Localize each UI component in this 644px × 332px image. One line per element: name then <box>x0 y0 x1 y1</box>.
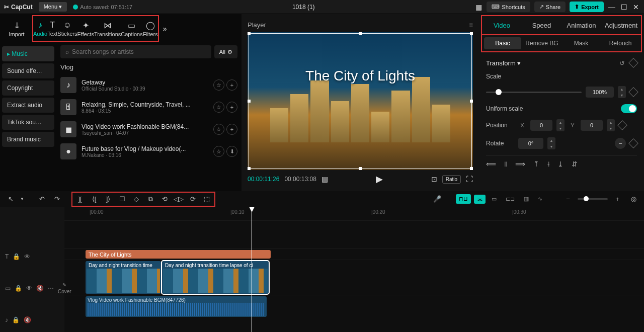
marker-tool[interactable]: ◇ <box>130 193 143 206</box>
position-keyframe-icon[interactable] <box>617 120 627 130</box>
more-icon[interactable]: ⋯ <box>48 285 54 292</box>
mic-icon[interactable]: 🎤 <box>431 193 444 206</box>
scale-keyframe-icon[interactable] <box>628 87 638 97</box>
link-toggle[interactable]: ⫘ <box>474 195 486 204</box>
zoom-fit-icon[interactable]: ◎ <box>627 193 640 206</box>
track-item[interactable]: 🎚 Relaxing, Simple, Countryside, Travel,… <box>60 96 237 118</box>
menu-button[interactable]: Menu ▾ <box>39 2 67 12</box>
trim-left-tool[interactable]: ⟨[ <box>88 193 101 206</box>
expand-tabs-icon[interactable]: » <box>163 25 167 33</box>
align-left-icon[interactable]: ⟸ <box>486 160 496 169</box>
sidebar-item-tiktok-sounds[interactable]: TikTok sou… <box>2 115 54 130</box>
trim-right-tool[interactable]: ]⟩ <box>102 193 115 206</box>
sidebar-item-brand-music[interactable]: Brand music <box>2 132 54 147</box>
align-top-icon[interactable]: ⤒ <box>533 160 539 169</box>
search-box[interactable]: ⌕ <box>60 45 211 58</box>
add-button[interactable]: + <box>226 124 237 135</box>
player-menu-icon[interactable]: ≡ <box>469 21 473 29</box>
delete-tool[interactable]: ☐ <box>116 193 129 206</box>
track-item[interactable]: ♪ GetawayOfficial Sound Studio · 00:39 ☆… <box>60 74 237 96</box>
filter-button[interactable]: All ⚙ <box>214 45 237 58</box>
track-item[interactable]: ◼ Vlog Video work Fashionable BGM(84...T… <box>60 118 237 140</box>
preview-toggle[interactable]: ▭ <box>489 194 500 204</box>
add-button[interactable]: + <box>226 102 237 113</box>
distribute-icon[interactable]: ⇵ <box>572 160 578 169</box>
tab-filters[interactable]: ◯Filters <box>143 21 158 37</box>
rotate-input[interactable] <box>518 138 543 149</box>
close-button[interactable]: ✕ <box>632 3 640 11</box>
lock-icon[interactable]: 🔒 <box>15 285 22 292</box>
visibility-icon[interactable]: 👁 <box>24 253 30 260</box>
video-clip-2[interactable]: Day and night transition time lapse of c… <box>162 261 269 294</box>
pos-x-stepper[interactable]: ▲▼ <box>556 119 565 131</box>
mute-icon[interactable]: 🔇 <box>24 316 31 323</box>
minimize-button[interactable]: — <box>608 3 616 11</box>
subtab-retouch[interactable]: Retouch <box>602 37 639 49</box>
rotate-reset-button[interactable]: − <box>615 138 626 149</box>
zoom-out-icon[interactable]: − <box>561 193 575 206</box>
share-button[interactable]: ↗ Share <box>534 2 566 12</box>
shortcuts-button[interactable]: ⌨ Shortcuts <box>487 2 530 12</box>
pointer-tool[interactable]: ↖ <box>4 193 17 206</box>
subtab-mask[interactable]: Mask <box>562 37 600 49</box>
sidebar-item-copyright[interactable]: Copyright <box>2 80 54 96</box>
add-button[interactable]: + <box>226 79 237 91</box>
undo-button[interactable]: ↶ <box>35 193 48 206</box>
scale-slider[interactable] <box>486 92 582 93</box>
redo-button[interactable]: ↷ <box>50 193 63 206</box>
zoom-slider[interactable] <box>578 198 608 200</box>
tab-stickers[interactable]: ☺Stickers <box>57 21 77 37</box>
scale-value-input[interactable] <box>586 87 614 98</box>
favorite-button[interactable]: ☆ <box>213 102 224 113</box>
tab-animation[interactable]: Animation <box>561 16 601 34</box>
audio-clip[interactable]: Vlog Video work Fashionable BGM(847726) <box>86 296 267 317</box>
uniform-scale-toggle[interactable] <box>621 104 637 113</box>
keyframe-icon[interactable] <box>628 58 638 68</box>
selection-bounds[interactable] <box>249 33 472 169</box>
tab-audio[interactable]: ♪Audio <box>33 21 47 37</box>
copy-tool[interactable]: ⧉ <box>144 193 157 206</box>
split-tool[interactable]: ][ <box>73 193 87 206</box>
rotate-stepper[interactable]: ▲▼ <box>547 137 555 149</box>
favorite-button[interactable]: ☆ <box>213 124 224 135</box>
download-button[interactable]: ⬇ <box>226 146 237 157</box>
align-right-icon[interactable]: ⟹ <box>515 160 525 169</box>
rotate-keyframe-icon[interactable] <box>628 138 638 148</box>
tab-adjustment[interactable]: Adjustment <box>601 16 641 34</box>
preview-quality-icon[interactable]: ▤ <box>321 175 328 183</box>
tab-effects[interactable]: ✦Effects <box>77 21 94 37</box>
mirror-tool[interactable]: ◁▷ <box>172 193 185 206</box>
favorite-button[interactable]: ☆ <box>213 146 224 157</box>
visibility-icon[interactable]: 👁 <box>26 285 32 292</box>
tab-text[interactable]: TText <box>47 21 57 37</box>
crop-tool[interactable]: ⬚ <box>200 193 213 206</box>
mute-icon[interactable]: 🔇 <box>36 285 44 292</box>
lock-icon[interactable]: 🔒 <box>13 253 20 260</box>
subtab-basic[interactable]: Basic <box>484 37 521 49</box>
text-clip[interactable]: The City of Lights <box>86 250 271 259</box>
export-button[interactable]: ⬆ Export <box>570 2 604 12</box>
play-button[interactable]: ▶ <box>376 174 383 185</box>
fullscreen-icon[interactable]: ⛶ <box>466 175 473 183</box>
subtab-remove-bg[interactable]: Remove BG <box>523 37 560 49</box>
magnet-toggle[interactable]: ⊓⊔ <box>456 194 471 204</box>
snap-toggle[interactable]: ⊏⊐ <box>503 194 518 204</box>
search-input[interactable] <box>72 48 206 55</box>
lock-icon[interactable]: 🔒 <box>12 316 20 323</box>
track-item[interactable]: ● Future base for Vlog / Makeup video(..… <box>60 140 237 162</box>
maximize-button[interactable]: ☐ <box>620 3 628 11</box>
reverse-tool[interactable]: ⟲ <box>158 193 171 206</box>
position-x-input[interactable] <box>530 120 552 131</box>
tab-speed[interactable]: Speed <box>522 16 561 34</box>
reset-icon[interactable]: ↺ <box>619 59 625 67</box>
pointer-dropdown[interactable]: ▼ <box>19 193 25 206</box>
preview-canvas[interactable]: The City of Lights <box>248 32 473 170</box>
tab-captions[interactable]: ▭Captions <box>121 21 142 37</box>
playhead[interactable] <box>252 207 252 332</box>
favorite-button[interactable]: ☆ <box>213 79 224 91</box>
sidebar-item-music[interactable]: Music <box>2 46 54 61</box>
timeline-ruler[interactable]: |00:00 |00:10 |00:20 |00:30 <box>64 207 644 220</box>
audio-toggle[interactable]: ∿ <box>535 194 545 204</box>
ratio-button[interactable]: Ratio <box>442 175 461 184</box>
tab-video[interactable]: Video <box>482 16 522 34</box>
